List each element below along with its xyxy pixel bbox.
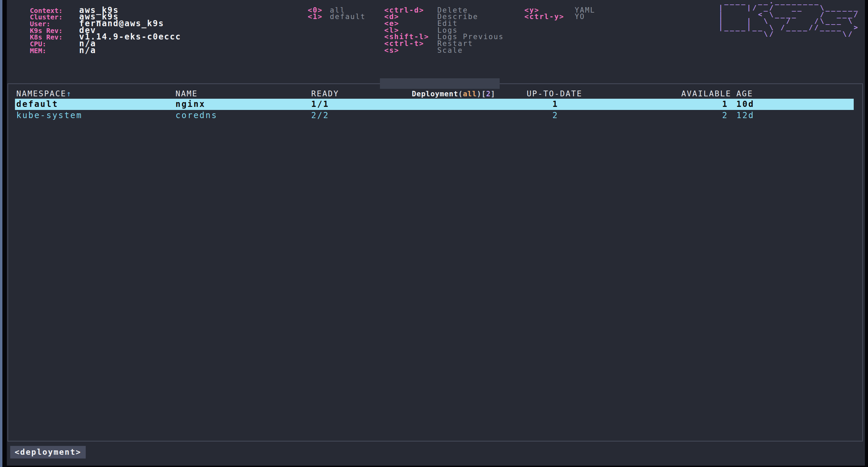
column-header-namespace-label: NAMESPACE xyxy=(16,89,66,98)
hotkey-scale-key: <s> xyxy=(384,47,437,54)
cell-ready: 2/2 xyxy=(311,110,527,121)
deployment-table-panel: Deployment(all)[2] NAMESPACE↑ NAME READY… xyxy=(7,83,863,441)
column-header-age[interactable]: AGE xyxy=(731,88,854,99)
view-kind: Deployment xyxy=(412,90,458,98)
hotkey-default-label: default xyxy=(330,13,366,21)
column-header-namespace[interactable]: NAMESPACE↑ xyxy=(15,88,176,99)
k9s-ascii-logo: ____ __.________ | |/ _/ __ \______ | < … xyxy=(719,0,859,37)
cluster-info: Context:aws_k9s Cluster:aws_k9s User:fer… xyxy=(10,0,181,47)
cell-name: coredns xyxy=(176,110,311,121)
view-title-bracket-close: ] xyxy=(491,90,496,98)
view-count: 2 xyxy=(486,90,491,98)
hotkey-menu-actions: <ctrl-d>Delete <d>Describe <e>Edit <l>Lo… xyxy=(365,0,504,47)
hotkey-menu-yaml: <y>YAML <ctrl-y>YO xyxy=(505,0,595,14)
column-header-name[interactable]: NAME xyxy=(176,88,311,99)
mem-label: MEM: xyxy=(30,48,79,54)
table-row-default-nginx[interactable]: default nginx 1/1 1 1 10d xyxy=(15,99,854,110)
sort-ascending-arrow-icon: ↑ xyxy=(66,89,72,98)
cell-age: 10d xyxy=(731,99,854,110)
cell-namespace: default xyxy=(15,99,176,110)
hotkey-all: <0>all xyxy=(288,0,366,7)
view-title-paren-open: ( xyxy=(458,90,463,98)
cell-available: 2 xyxy=(582,110,731,121)
view-title-paren-close: ) xyxy=(477,90,482,98)
cell-name: nginx xyxy=(176,99,311,110)
window-accent-strip xyxy=(0,0,2,467)
mem-value: n/a xyxy=(79,46,96,55)
view-title-badge: Deployment(all)[2] xyxy=(380,78,500,89)
view-scope: all xyxy=(463,90,477,98)
breadcrumb-deployment[interactable]: <deployment> xyxy=(10,446,86,458)
hotkey-delete: <ctrl-d>Delete xyxy=(365,0,504,7)
k9s-terminal: Context:aws_k9s Cluster:aws_k9s User:fer… xyxy=(7,0,865,466)
table-row-kube-system-coredns[interactable]: kube-system coredns 2/2 2 2 12d xyxy=(15,110,854,121)
cell-up-to-date: 1 xyxy=(527,99,582,110)
column-header-available[interactable]: AVAILABLE xyxy=(582,88,731,99)
hotkey-yo-label: YO xyxy=(575,13,585,21)
hotkey-yo-key: <ctrl-y> xyxy=(524,14,575,20)
cell-age: 12d xyxy=(731,110,854,121)
logo-line: \/ \/ xyxy=(719,31,859,37)
hotkey-menu-namespaces: <0>all <1>default xyxy=(288,0,366,14)
hotkey-scale-label: Scale xyxy=(437,46,463,54)
hotkey-yaml: <y>YAML xyxy=(505,0,595,7)
hotkey-default-key: <1> xyxy=(308,14,330,20)
view-title-bracket-open: [ xyxy=(482,90,486,98)
cell-up-to-date: 2 xyxy=(527,110,582,121)
cell-available: 1 xyxy=(582,99,731,110)
cluster-info-row-context: Context:aws_k9s xyxy=(10,0,181,7)
cell-ready: 1/1 xyxy=(311,99,527,110)
cell-namespace: kube-system xyxy=(15,110,176,121)
column-header-up-to-date[interactable]: UP-TO-DATE xyxy=(527,88,582,99)
